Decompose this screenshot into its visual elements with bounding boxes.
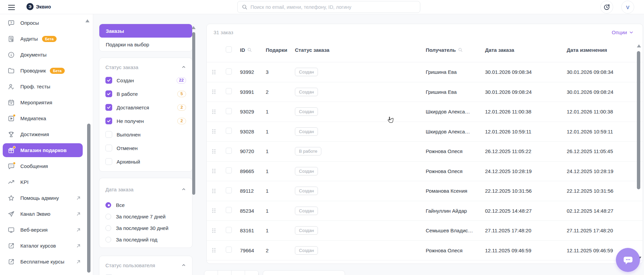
- date-filter-row[interactable]: Все: [105, 199, 186, 211]
- table-row[interactable]: 79664 2 Создан Рожнова Олеся 12.11.2025 …: [207, 241, 643, 261]
- status-filter-row[interactable]: Создан 22: [105, 73, 186, 87]
- column-header-ordered[interactable]: Дата заказа: [485, 47, 567, 53]
- row-checkbox[interactable]: [226, 88, 232, 94]
- select-all-checkbox[interactable]: [226, 46, 232, 52]
- sidebar-item[interactable]: ? Опросы: [0, 15, 93, 31]
- table-row[interactable]: 89112 1 Создан Романова Ксения 22.12.202…: [207, 181, 643, 201]
- panel-tab[interactable]: Подарки на выбор: [99, 38, 192, 51]
- status-checkbox[interactable]: [105, 131, 112, 138]
- status-checkbox[interactable]: [105, 90, 112, 97]
- date-radio[interactable]: [105, 225, 111, 231]
- hamburger-menu-icon[interactable]: [7, 3, 16, 11]
- status-checkbox[interactable]: [105, 118, 112, 124]
- drag-handle-icon[interactable]: [212, 109, 216, 115]
- drag-handle-icon[interactable]: [212, 89, 216, 95]
- sidebar-item[interactable]: Документы: [0, 47, 93, 63]
- options-dropdown[interactable]: Опции: [612, 29, 634, 35]
- pagination-size-box[interactable]: [263, 270, 345, 275]
- sidebar-item[interactable]: Каталог курсов: [0, 238, 93, 254]
- row-checkbox[interactable]: [226, 148, 232, 154]
- table-row[interactable]: 93029 1 Создан Шкирдов Алекса… 12.01.202…: [207, 102, 643, 122]
- column-header-modified[interactable]: Дата изменения: [567, 47, 643, 53]
- filter-scrollbar-thumb[interactable]: [192, 32, 195, 195]
- panel-tab[interactable]: Заказы: [99, 24, 192, 38]
- status-filter-row[interactable]: Выполнен: [105, 128, 186, 141]
- chevron-up-icon[interactable]: [181, 187, 186, 192]
- drag-handle-icon[interactable]: [212, 188, 216, 194]
- date-filter-row[interactable]: За последний год: [105, 234, 186, 245]
- column-search-icon[interactable]: [247, 47, 252, 52]
- column-search-icon[interactable]: [458, 47, 463, 52]
- support-chat-fab[interactable]: [616, 248, 640, 272]
- status-filter-row[interactable]: Отменен: [105, 141, 186, 155]
- status-checkbox[interactable]: [105, 158, 112, 165]
- table-row[interactable]: 89665 1 Создан Рожнова Олеся 24.12.2025 …: [207, 162, 643, 182]
- drag-handle-icon[interactable]: [212, 228, 216, 234]
- sidebar-item[interactable]: Бесплатные курсы: [0, 254, 93, 270]
- drag-handle-icon[interactable]: [212, 69, 216, 75]
- history-clock-button[interactable]: [600, 1, 613, 14]
- sidebar-item[interactable]: Медиатека: [0, 110, 93, 126]
- sidebar-scrollbar-thumb[interactable]: [87, 124, 90, 273]
- table-row[interactable]: 90720 1 В работе Рожнова Олеся 26.12.202…: [207, 142, 643, 162]
- sidebar-item[interactable]: [0, 270, 93, 275]
- table-row[interactable]: 93992 3 Создан Гришина Ева 30.01.2026 09…: [207, 62, 643, 82]
- date-filter-row[interactable]: За последние 30 дней: [105, 222, 186, 234]
- brand-logo[interactable]: Э Эквио: [26, 3, 51, 10]
- drag-handle-icon[interactable]: [212, 247, 216, 253]
- drag-handle-icon[interactable]: [212, 148, 216, 154]
- sidebar-item[interactable]: Мероприятия: [0, 94, 93, 110]
- pagination-button[interactable]: [204, 271, 218, 275]
- table-row[interactable]: 83161 1 Создан Семышев Владис… 27.11.202…: [207, 221, 643, 241]
- row-checkbox[interactable]: [226, 207, 232, 213]
- row-checkbox[interactable]: [226, 128, 232, 134]
- sidebar-item[interactable]: Сообщения: [0, 158, 93, 174]
- sidebar-item[interactable]: Аудиты Бета: [0, 31, 93, 47]
- status-filter-row[interactable]: Не получен 2: [105, 114, 186, 128]
- row-checkbox[interactable]: [226, 227, 232, 233]
- status-filter-row[interactable]: Архивный: [105, 155, 186, 168]
- pagination-button[interactable]: [232, 271, 245, 275]
- row-checkbox[interactable]: [226, 68, 232, 75]
- sidebar-item[interactable]: Достижения: [0, 126, 93, 142]
- status-checkbox[interactable]: [105, 104, 112, 111]
- table-row[interactable]: 93028 1 Создан Шкирдов Алекса… 12.01.202…: [207, 122, 643, 142]
- chevron-up-icon[interactable]: [181, 65, 186, 69]
- status-filter-row[interactable]: В работе 5: [105, 87, 186, 101]
- status-filter-row[interactable]: Доставляется 2: [105, 101, 186, 114]
- table-row[interactable]: 85234 1 Создан Гайнуллин Айдар 02.12.202…: [207, 201, 643, 221]
- table-scrollbar-thumb[interactable]: [637, 51, 640, 189]
- row-checkbox[interactable]: [226, 187, 232, 193]
- search-input[interactable]: [250, 4, 416, 10]
- drag-handle-icon[interactable]: [212, 128, 216, 134]
- row-checkbox[interactable]: [226, 108, 232, 114]
- global-search[interactable]: [237, 1, 420, 13]
- status-checkbox[interactable]: [105, 77, 112, 84]
- sidebar-item[interactable]: Магазин подарков: [0, 142, 93, 158]
- row-checkbox[interactable]: [226, 167, 232, 173]
- sidebar-item[interactable]: Канал Эквио: [0, 206, 93, 222]
- row-checkbox[interactable]: [226, 247, 232, 253]
- sidebar-item[interactable]: Проф. тесты: [0, 79, 93, 94]
- date-radio[interactable]: [105, 214, 111, 219]
- chevron-up-icon[interactable]: [181, 263, 186, 268]
- pagination-button[interactable]: [218, 271, 232, 275]
- sidebar-item[interactable]: Помощь админу: [0, 190, 93, 206]
- sidebar-item[interactable]: Веб-версия: [0, 222, 93, 238]
- sidebar-item[interactable]: Проводник Бета: [0, 63, 93, 79]
- status-checkbox[interactable]: [105, 145, 112, 151]
- date-radio[interactable]: [105, 237, 111, 242]
- drag-handle-icon[interactable]: [212, 208, 216, 214]
- pagination-button[interactable]: [245, 271, 259, 275]
- user-avatar[interactable]: V: [621, 1, 634, 14]
- sidebar-scroll-up-arrow[interactable]: [85, 19, 89, 22]
- column-header-id[interactable]: ID: [240, 47, 245, 53]
- column-header-status[interactable]: Статус заказа: [295, 47, 426, 53]
- drag-handle-icon[interactable]: [212, 168, 216, 174]
- column-header-gifts[interactable]: Подарки: [266, 47, 295, 53]
- date-radio[interactable]: [105, 202, 111, 208]
- table-row[interactable]: 93991 2 Создан Гришина Ева 30.01.2026 09…: [207, 82, 643, 102]
- sidebar-item[interactable]: KPI: [0, 174, 93, 190]
- column-header-recipient[interactable]: Получатель: [426, 47, 456, 53]
- date-filter-row[interactable]: За последние 7 дней: [105, 211, 186, 222]
